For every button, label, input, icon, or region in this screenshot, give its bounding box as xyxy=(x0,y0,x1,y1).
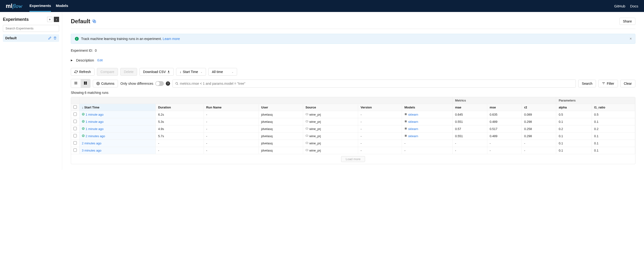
download-csv-button[interactable]: Download CSV xyxy=(140,68,174,76)
col-duration[interactable]: Duration xyxy=(156,104,204,111)
edit-icon[interactable] xyxy=(48,36,52,40)
chevron-left-icon: ‹ xyxy=(56,18,57,21)
run-link[interactable]: 1 minute ago xyxy=(86,113,104,116)
table-row: 3 minutes ago--jdvelasqwine_prj-----0.10… xyxy=(71,147,635,154)
model-link[interactable]: sklearn xyxy=(408,113,418,116)
cell-l1: 0.1 xyxy=(592,118,635,125)
main-content: Default Share i Track machine learning t… xyxy=(62,12,644,170)
compare-button: Compare xyxy=(97,68,118,76)
col-run-name[interactable]: Run Name xyxy=(204,104,258,111)
time-filter-dropdown[interactable]: All time ⌄ xyxy=(208,68,237,76)
table-row: 1 minute ago5.3s-jdvelasqwine_prj- sklea… xyxy=(71,118,635,125)
table-row: 1 minute ago6.2s-jdvelasqwine_prj- sklea… xyxy=(71,111,635,118)
grid-view-button[interactable] xyxy=(80,79,90,88)
run-link[interactable]: 1 minute ago xyxy=(86,120,104,124)
cell-version: - xyxy=(358,147,402,154)
run-link[interactable]: 1 minute ago xyxy=(86,127,104,131)
sort-dropdown[interactable]: ↓ Start Time ⌄ xyxy=(176,68,206,76)
learn-more-link[interactable]: Learn more xyxy=(163,37,180,41)
col-r2[interactable]: r2 xyxy=(522,104,556,111)
list-icon xyxy=(74,81,78,85)
status-ok-icon xyxy=(82,113,85,116)
row-checkbox[interactable] xyxy=(74,113,77,116)
model-link[interactable]: sklearn xyxy=(408,134,418,138)
col-version[interactable]: Version xyxy=(358,104,402,111)
copy-icon[interactable] xyxy=(92,19,96,24)
row-checkbox[interactable] xyxy=(74,127,77,130)
delete-icon[interactable] xyxy=(53,36,57,40)
runs-search-input[interactable] xyxy=(178,80,573,87)
run-link[interactable]: 2 minutes ago xyxy=(86,134,105,138)
share-button[interactable]: Share xyxy=(619,18,636,25)
col-user[interactable]: User xyxy=(258,104,303,111)
col-mae[interactable]: mae xyxy=(452,104,487,111)
list-view-button[interactable] xyxy=(71,79,80,88)
link-docs[interactable]: Docs xyxy=(630,4,638,8)
cell-user: jdvelasq xyxy=(258,111,303,118)
cell-l1: 0.5 xyxy=(592,111,635,118)
cell-l1: 0.1 xyxy=(592,140,635,147)
logo[interactable]: mlflow xyxy=(6,3,22,9)
row-checkbox[interactable] xyxy=(74,134,77,137)
cell-models: - xyxy=(402,147,452,154)
collapse-sidebar-button[interactable]: ‹ xyxy=(54,17,59,22)
project-icon xyxy=(306,149,308,152)
model-icon xyxy=(404,134,407,137)
add-experiment-button[interactable]: + xyxy=(47,17,52,22)
cell-run-name: - xyxy=(204,118,258,125)
grid-icon xyxy=(84,81,87,85)
svg-point-2 xyxy=(98,83,98,84)
nav-tab-models[interactable]: Models xyxy=(56,0,68,12)
cell-r2: 0.298 xyxy=(522,133,556,140)
run-link[interactable]: 2 minutes ago xyxy=(82,141,102,145)
search-experiments-input[interactable] xyxy=(3,25,59,32)
cell-r2: 0.258 xyxy=(522,125,556,133)
cell-version: - xyxy=(358,118,402,125)
cell-mse: - xyxy=(487,147,522,154)
model-link[interactable]: sklearn xyxy=(408,127,418,131)
refresh-button[interactable]: Refresh xyxy=(71,68,94,76)
nav-tab-experiments[interactable]: Experiments xyxy=(30,0,51,12)
select-all-checkbox[interactable] xyxy=(74,105,77,109)
col-group-metrics: Metrics xyxy=(452,97,556,104)
row-checkbox[interactable] xyxy=(74,141,77,145)
cell-l1: 0.1 xyxy=(592,133,635,140)
row-checkbox[interactable] xyxy=(74,148,77,152)
model-link[interactable]: sklearn xyxy=(408,120,418,124)
experiment-id: Experiment ID: 0 xyxy=(71,49,636,53)
cell-source: wine_prj xyxy=(303,147,358,154)
col-source[interactable]: Source xyxy=(303,104,358,111)
run-link[interactable]: 3 minutes ago xyxy=(82,149,102,152)
row-checkbox[interactable] xyxy=(74,120,77,123)
table-row: 2 minutes ago5.7s-jdvelasqwine_prj- skle… xyxy=(71,133,635,140)
chevron-down-icon: ⌄ xyxy=(200,71,202,73)
sidebar-item-default[interactable]: Default xyxy=(3,34,59,42)
cell-source: wine_prj xyxy=(303,111,358,118)
help-icon[interactable]: ? xyxy=(166,81,170,86)
cell-source: wine_prj xyxy=(303,140,358,147)
close-icon[interactable]: × xyxy=(630,37,632,41)
search-button[interactable]: Search xyxy=(578,80,596,87)
columns-button[interactable]: Columns xyxy=(93,80,118,87)
cell-user: jdvelasq xyxy=(258,147,303,154)
svg-rect-15 xyxy=(405,135,407,137)
clear-button[interactable]: Clear xyxy=(620,80,636,87)
col-mse[interactable]: mse xyxy=(487,104,522,111)
cell-run-name: - xyxy=(204,147,258,154)
cell-alpha: 0.1 xyxy=(556,118,592,125)
refresh-icon xyxy=(74,70,78,74)
sidebar-title: Experiments xyxy=(3,17,29,22)
col-l1[interactable]: l1_ratio xyxy=(592,104,635,111)
col-start-time[interactable]: ↓ Start Time xyxy=(80,104,156,111)
cell-duration: 5.7s xyxy=(156,133,204,140)
load-more-button[interactable]: Load more xyxy=(341,156,365,162)
runs-table: Metrics Parameters ↓ Start Time Duration… xyxy=(71,97,636,164)
filter-button[interactable]: Filter xyxy=(598,80,618,87)
col-alpha[interactable]: alpha xyxy=(556,104,592,111)
cell-source: wine_prj xyxy=(303,133,358,140)
link-github[interactable]: GitHub xyxy=(614,4,625,8)
edit-description-link[interactable]: Edit xyxy=(97,58,103,62)
col-models[interactable]: Models xyxy=(402,104,452,111)
diff-switch[interactable] xyxy=(155,81,164,86)
caret-right-icon[interactable]: ▶ xyxy=(71,59,73,62)
